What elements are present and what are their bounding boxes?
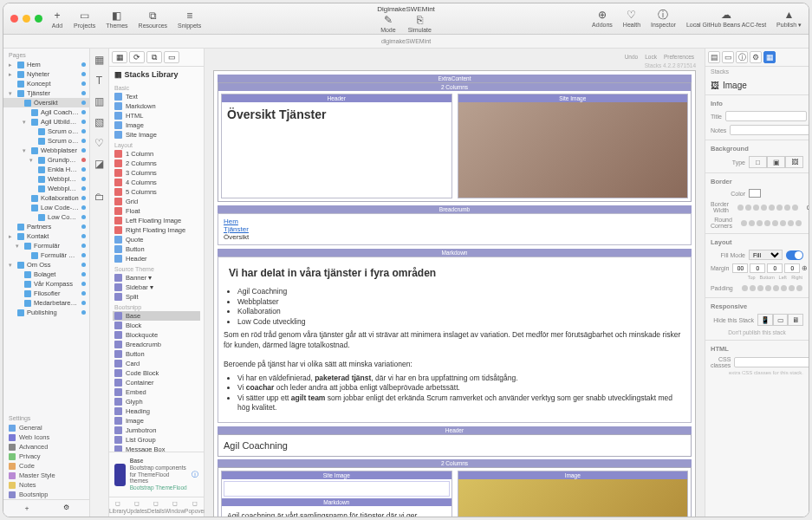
toolbar-add[interactable]: +Add <box>51 10 63 29</box>
settings-item[interactable]: Master Style <box>3 471 89 480</box>
library-item[interactable]: Button <box>113 349 200 359</box>
library-item[interactable]: Container <box>113 378 200 387</box>
two-columns-stack-2[interactable]: Site Image Markdown Agil coachning är vå… <box>218 467 692 517</box>
libfooter-details[interactable]: ◻Details <box>147 500 165 514</box>
library-item[interactable]: Site Image <box>113 130 200 140</box>
inspector-tab-stack[interactable]: ▦ <box>763 51 776 63</box>
settings-item[interactable]: Web Icons <box>3 432 89 442</box>
page-item[interactable]: Enkla Hemsidan <box>3 165 89 174</box>
section2-image-placeholder[interactable] <box>458 479 688 517</box>
header-stack-2[interactable]: Agil Coachning <box>218 434 692 457</box>
close-window-button[interactable] <box>10 15 18 23</box>
page-heading[interactable]: Översikt Tjänster <box>222 102 451 127</box>
libfooter-window[interactable]: ◻Window <box>165 500 185 514</box>
toolbar-inspector[interactable]: ⓘInspector <box>651 9 676 28</box>
breadcrumb-link-hem[interactable]: Hem <box>224 218 685 225</box>
canvas-area[interactable]: Undo Lock Preferences Stacks 4.2.2 87151… <box>205 49 705 517</box>
margin-left-input[interactable] <box>767 263 783 273</box>
library-item[interactable]: Jumbotron <box>113 426 200 435</box>
settings-item[interactable]: General <box>3 423 89 432</box>
column-right[interactable]: Site Image <box>458 94 689 198</box>
pages-tree[interactable]: ▸Hem▸NyheterKoncept▾TjänsterÖversiktAgil… <box>3 60 89 412</box>
page-item[interactable]: Webbplats Prem… <box>3 184 89 193</box>
library-item[interactable]: Blockquote <box>113 330 200 340</box>
library-item[interactable]: Header <box>113 254 200 263</box>
hidden-stacks-icon[interactable]: ◪ <box>94 158 106 170</box>
lock-button[interactable]: Lock <box>645 54 657 60</box>
css-classes-input[interactable] <box>734 357 809 367</box>
library-item[interactable]: Markdown <box>113 101 200 111</box>
library-tab-reveal[interactable]: ⟳ <box>129 51 145 63</box>
text-stacks-icon[interactable]: T <box>94 75 106 87</box>
page-item[interactable]: ▸Kontakt <box>3 231 89 241</box>
border-color-swatch[interactable] <box>749 189 761 198</box>
library-item[interactable]: 1 Column <box>113 149 200 159</box>
inspector-tab-gear[interactable]: ⚙ <box>750 51 762 63</box>
libfooter-popover[interactable]: ◻Popover <box>185 500 205 514</box>
breadcrumb-stack[interactable]: Hem Tjänster Översikt <box>218 213 692 245</box>
library-item[interactable]: List Group <box>113 435 200 445</box>
title-input[interactable] <box>725 111 807 121</box>
minimize-window-button[interactable] <box>23 15 30 23</box>
page-item[interactable]: Webbplats Bas <box>3 174 89 184</box>
markdown-stack-1[interactable]: Vi har delat in våra tjänster i fyra omr… <box>218 257 692 423</box>
page-item[interactable]: Bolaget <box>3 270 89 279</box>
page-item[interactable]: ▸Hem <box>3 60 89 69</box>
settings-item[interactable]: Notes <box>3 480 89 490</box>
toolbar-snippets[interactable]: ≡Snippets <box>178 10 201 29</box>
breadcrumb-link-tjanster[interactable]: Tjänster <box>224 225 685 233</box>
preferences-button[interactable]: Preferences <box>664 54 694 60</box>
library-tab-templates[interactable]: ▭ <box>164 51 179 63</box>
library-item[interactable]: Card <box>113 359 200 368</box>
toolbar-resources[interactable]: ⧉Resources <box>139 10 167 29</box>
bg-type-image[interactable]: 🖼 <box>785 156 803 168</box>
inspector-tab-info[interactable]: ⓘ <box>736 51 748 63</box>
extracontent-stack[interactable]: 2 Columns Header Översikt Tjänster Site … <box>218 82 692 202</box>
page-item[interactable]: ▾Om Oss <box>3 260 89 270</box>
page-item[interactable]: Scrum och agilt… <box>3 136 89 146</box>
hero-image-placeholder[interactable] <box>458 102 688 198</box>
library-item[interactable]: Banner ▾ <box>113 273 200 283</box>
library-item[interactable]: Grid <box>113 197 200 206</box>
toolbar-addons[interactable]: ⊕Addons <box>592 9 613 28</box>
page-item[interactable]: Scrum och agil f… <box>3 127 89 136</box>
page-item[interactable]: ▸Nyheter <box>3 69 89 79</box>
library-item[interactable]: Code Block <box>113 368 200 378</box>
hide-mobile[interactable]: 📱 <box>757 314 773 326</box>
page-item[interactable]: Koncept <box>3 79 89 88</box>
library-item[interactable]: Glyph <box>113 397 200 406</box>
inspector-tab-screen[interactable]: ▭ <box>722 51 734 63</box>
library-tab-external[interactable]: ⧉ <box>146 51 162 63</box>
fill-mode-toggle[interactable] <box>786 250 803 260</box>
library-item[interactable]: 2 Columns <box>113 159 200 168</box>
library-list[interactable]: BasicTextMarkdownHTMLImageSite ImageLayo… <box>109 82 204 452</box>
toolbar-simulate[interactable]: ⎘Simulate <box>408 14 432 33</box>
page-item[interactable]: ▾Grundpaket <box>3 155 89 165</box>
page-item[interactable]: Partners <box>3 222 89 231</box>
markdown-stack-2[interactable]: Agil coachning är vårt samlingsnamn för … <box>222 506 451 517</box>
library-item[interactable]: Heading <box>113 406 200 416</box>
fill-mode-select[interactable]: Fill <box>749 250 783 260</box>
margin-top-input[interactable] <box>732 263 748 273</box>
page-item[interactable]: Översikt <box>3 98 89 107</box>
page-item[interactable]: Kollaboration <box>3 193 89 203</box>
toolbar-projects[interactable]: ▭Projects <box>74 10 95 29</box>
page-item[interactable]: Vår Kompass <box>3 279 89 289</box>
layout-stacks-icon[interactable]: ▥ <box>94 95 106 107</box>
page-item[interactable]: Medarbetare och frila… <box>3 298 89 308</box>
library-item[interactable]: Float <box>113 206 200 216</box>
settings-item[interactable]: Advanced <box>3 442 89 452</box>
margin-link-icon[interactable]: ⊕ <box>802 264 808 272</box>
library-item[interactable]: Image <box>113 120 200 130</box>
page-item[interactable]: Formulär Copy <box>3 250 89 260</box>
favorite-stacks-icon[interactable]: ♡ <box>94 137 106 149</box>
page-item[interactable]: Publishing <box>3 308 89 317</box>
toolbar-publish-[interactable]: ▲Publish ▾ <box>776 9 802 29</box>
all-stacks-icon[interactable]: ▦ <box>94 54 106 66</box>
column-left[interactable]: Header Översikt Tjänster <box>221 94 452 198</box>
notes-input[interactable] <box>730 125 809 135</box>
library-tab-library[interactable]: ▦ <box>112 51 127 63</box>
library-item[interactable]: Left Floating Image <box>113 216 200 225</box>
bg-type-none[interactable]: □ <box>749 156 767 168</box>
page-item[interactable]: Agil Coachning <box>3 107 89 117</box>
